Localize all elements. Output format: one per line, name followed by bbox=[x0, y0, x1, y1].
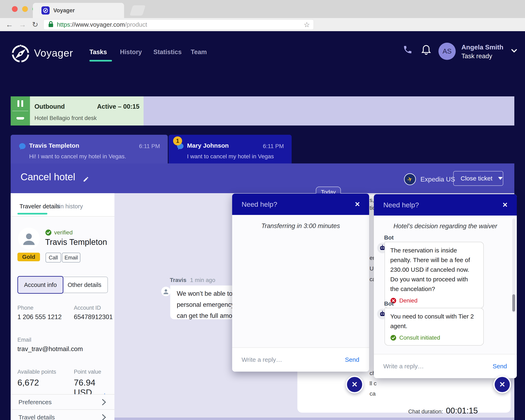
nav-item-tasks[interactable]: Tasks bbox=[89, 48, 107, 56]
dismiss-modal-button[interactable]: ✕ bbox=[346, 376, 363, 393]
available-points-label: Available points bbox=[18, 369, 56, 375]
url-host: ://www.voyager.com bbox=[70, 21, 125, 28]
forward-button[interactable]: → bbox=[19, 21, 26, 28]
unread-badge: 1 bbox=[173, 136, 182, 145]
obscured-text-fragment: s, bbox=[370, 197, 374, 204]
panel-link-preferences[interactable]: Preferences bbox=[11, 394, 114, 410]
agent-avatar[interactable]: AS bbox=[439, 43, 456, 60]
voyager-favicon-icon bbox=[41, 6, 50, 15]
voyager-logo-icon bbox=[11, 44, 30, 64]
phone-icon[interactable] bbox=[403, 45, 412, 55]
modal-title: Need help? bbox=[242, 200, 277, 208]
call-banner: Outbound Active – 00:15 Hotel Bellagio f… bbox=[11, 96, 144, 125]
url-path: /product bbox=[125, 21, 147, 28]
modal-title: Need help? bbox=[383, 201, 419, 209]
brand-wordmark: Voyager bbox=[34, 47, 73, 59]
dismiss-modal-button[interactable]: ✕ bbox=[493, 376, 511, 393]
partner-badge: ✈ Expedia US bbox=[404, 173, 455, 185]
bot-label: Bot bbox=[384, 300, 394, 307]
dropdown-caret-icon bbox=[498, 177, 503, 180]
close-icon[interactable]: ✕ bbox=[502, 201, 508, 209]
obscured-text-fragment: ll c bbox=[370, 380, 376, 387]
chat-tab-time: 6:11 PM bbox=[263, 143, 284, 149]
chat-tab-mary[interactable]: 1 Mary Johnson 6:11 PM I want to cancel … bbox=[169, 135, 292, 163]
loyalty-tier-badge: Gold bbox=[18, 253, 40, 261]
scrollbar-thumb[interactable] bbox=[512, 294, 515, 311]
agent-name: Angela Smith bbox=[461, 44, 503, 51]
message-meta: Travis 1 min ago bbox=[170, 277, 215, 283]
waiver-subtitle: Hotel’s decision regarding the waiver bbox=[374, 223, 517, 230]
nav-item-statistics[interactable]: Statistics bbox=[153, 48, 182, 56]
nav-active-underline bbox=[89, 60, 112, 62]
phone-label: Phone bbox=[18, 305, 33, 311]
success-icon bbox=[390, 335, 396, 341]
chat-tab-time: 6:11 PM bbox=[139, 143, 160, 149]
modal-header: Need help? ✕ bbox=[232, 194, 369, 215]
verified-check-icon bbox=[45, 229, 52, 236]
lock-icon bbox=[48, 21, 54, 28]
customer-avatar bbox=[161, 287, 171, 296]
close-window-button[interactable] bbox=[12, 6, 18, 12]
browser-titlebar: Voyager bbox=[0, 0, 525, 18]
traveler-panel: Traveler details Itin history Gold verif… bbox=[11, 193, 114, 420]
available-points-value: 6,672 bbox=[18, 378, 39, 388]
notifications-bell-icon[interactable] bbox=[421, 44, 431, 56]
call-traveler-button[interactable]: Call bbox=[46, 253, 61, 262]
url-text: https://www.voyager.com/product bbox=[57, 21, 147, 28]
chat-duration-label: Chat duration: bbox=[408, 409, 443, 415]
chat-duration: Chat duration: 00:01:15 bbox=[408, 406, 478, 415]
bot-message: You need to consult with Tier 2 agent. C… bbox=[384, 308, 484, 345]
reply-input[interactable] bbox=[383, 363, 469, 370]
traveler-avatar bbox=[18, 228, 40, 249]
partner-name: Expedia US bbox=[420, 176, 455, 183]
phone-value: 1 206 555 1212 bbox=[18, 313, 62, 321]
status-row: Denied bbox=[390, 297, 478, 304]
panel-link-travel-details[interactable]: Travel details bbox=[11, 409, 114, 420]
segment-account-info[interactable]: Account info bbox=[18, 276, 63, 294]
close-icon[interactable]: ✕ bbox=[355, 200, 360, 208]
account-id-value: 65478912301 bbox=[74, 313, 113, 321]
pause-call-button[interactable] bbox=[11, 96, 30, 111]
modal-footer: Send bbox=[232, 347, 369, 372]
send-button[interactable]: Send bbox=[345, 356, 359, 363]
chevron-down-icon[interactable] bbox=[511, 49, 517, 54]
nav-item-team[interactable]: Team bbox=[191, 48, 207, 56]
send-button[interactable]: Send bbox=[493, 363, 507, 370]
email-value: trav_trav@hotmail.com bbox=[18, 345, 83, 353]
tab-itin-history[interactable]: Itin history bbox=[56, 203, 83, 210]
email-traveler-button[interactable]: Email bbox=[62, 253, 80, 262]
expedia-logo-icon: ✈ bbox=[404, 173, 416, 185]
browser-tab-title: Voyager bbox=[53, 7, 75, 14]
back-button[interactable]: ← bbox=[6, 21, 13, 28]
minimize-window-button[interactable] bbox=[22, 6, 28, 12]
call-status-timer: Active – 00:15 bbox=[97, 103, 140, 110]
screen: Voyager ← → ↻ https://www.voyager.com/pr… bbox=[0, 0, 525, 420]
tab-active-underline bbox=[18, 213, 47, 215]
bookmark-star-icon[interactable]: ☆ bbox=[304, 20, 310, 29]
point-value-label: Point value bbox=[74, 369, 101, 375]
help-modal-waiver: Need help? ✕ Hotel’s decision regarding … bbox=[374, 194, 517, 378]
traveler-name: Travis Templeton bbox=[45, 237, 107, 247]
agent-initials: AS bbox=[442, 47, 451, 55]
reply-input[interactable] bbox=[241, 356, 324, 364]
segment-other-details[interactable]: Other details bbox=[62, 277, 108, 293]
chat-tab-name: Mary Johnson bbox=[187, 142, 229, 149]
bot-message-text: The reservation is inside penalty. There… bbox=[390, 245, 478, 294]
close-ticket-button[interactable]: Close ticket bbox=[453, 171, 503, 186]
nav-item-history[interactable]: History bbox=[120, 48, 142, 56]
browser-tab[interactable]: Voyager bbox=[33, 3, 124, 18]
edit-pencil-icon[interactable] bbox=[83, 176, 89, 183]
hangup-icon bbox=[16, 117, 24, 120]
tab-traveler-details[interactable]: Traveler details bbox=[19, 203, 60, 210]
hangup-call-button[interactable] bbox=[11, 111, 30, 125]
chat-bubble-icon bbox=[19, 142, 26, 151]
new-tab-button[interactable] bbox=[130, 5, 146, 16]
address-bar[interactable]: https://www.voyager.com/product ☆ bbox=[44, 19, 314, 30]
message-author: Travis bbox=[170, 277, 187, 283]
browser-toolbar: ← → ↻ https://www.voyager.com/product ☆ bbox=[0, 18, 525, 31]
chat-tab-travis[interactable]: Travis Templeton 6:11 PM Hi! I want to c… bbox=[11, 135, 168, 164]
reload-button[interactable]: ↻ bbox=[32, 21, 38, 28]
call-controls bbox=[11, 96, 30, 125]
obscured-text-fragment: ca bbox=[370, 391, 376, 397]
close-ticket-label: Close ticket bbox=[461, 175, 492, 182]
